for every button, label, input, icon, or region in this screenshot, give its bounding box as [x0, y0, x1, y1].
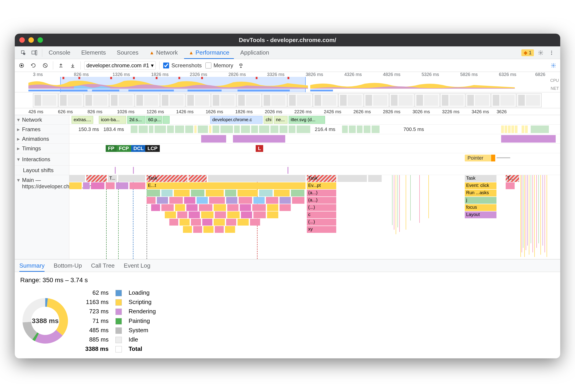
flame-entry[interactable] — [193, 226, 202, 233]
tab-performance[interactable]: ▲Performance — [184, 46, 234, 59]
flame-stripe[interactable] — [543, 175, 543, 245]
screenshot-thumb[interactable] — [33, 93, 58, 107]
tab-bottom-up[interactable]: Bottom-Up — [54, 259, 82, 272]
flame-entry[interactable]: (...) — [307, 219, 336, 225]
frame-seg[interactable] — [522, 125, 524, 133]
frame-seg[interactable] — [508, 125, 511, 133]
flame-task[interactable]: Task — [307, 175, 336, 182]
flame-entry[interactable] — [253, 211, 266, 218]
chevron-down-icon[interactable]: ▾ — [17, 156, 20, 163]
flame-entry[interactable]: c — [307, 211, 336, 218]
frame-seg[interactable] — [234, 125, 240, 133]
capture-settings-icon[interactable] — [549, 61, 557, 70]
flame-entry[interactable] — [215, 226, 224, 233]
screenshot-thumb[interactable] — [160, 93, 185, 107]
screenshots-checkbox[interactable]: Screenshots — [163, 62, 202, 69]
flame-entry[interactable] — [202, 219, 213, 225]
flame-entry[interactable] — [267, 211, 278, 218]
flame-entry[interactable]: Layout — [465, 211, 497, 218]
flame-entry[interactable] — [106, 182, 115, 189]
more-icon[interactable] — [548, 49, 556, 57]
flame-stripe[interactable] — [419, 175, 420, 223]
flame-entry[interactable] — [175, 204, 185, 211]
timing-lcp[interactable]: LCP — [145, 145, 160, 152]
flame-entry[interactable] — [214, 204, 226, 211]
track-timings[interactable]: ▸Timings FP FCP DCL LCP L — [15, 144, 560, 153]
frame-seg[interactable] — [194, 125, 197, 133]
inspect-icon[interactable] — [19, 49, 27, 57]
frame-seg[interactable] — [251, 125, 258, 133]
flame-entry[interactable] — [259, 190, 273, 196]
flame-stripe[interactable] — [522, 175, 522, 252]
flame-stripe[interactable] — [523, 175, 523, 248]
flame-entry[interactable] — [266, 197, 278, 204]
flame-entry[interactable] — [227, 211, 240, 218]
flame-stripe[interactable] — [524, 175, 525, 257]
flame-entry[interactable] — [146, 190, 160, 196]
flame-entry[interactable]: Event: click — [465, 182, 497, 189]
issues-badge[interactable]: ◆1 — [521, 49, 534, 56]
flame-entry[interactable] — [280, 197, 291, 204]
flame-stripe[interactable] — [547, 175, 547, 257]
gear-icon[interactable] — [537, 49, 545, 57]
tab-event-log[interactable]: Event Log — [124, 259, 150, 272]
chevron-right-icon[interactable]: ▸ — [17, 126, 20, 133]
flame-stripe[interactable] — [531, 175, 531, 243]
flame-task[interactable] — [118, 175, 145, 182]
flame-entry[interactable] — [227, 204, 239, 211]
flame-entry[interactable] — [157, 197, 168, 204]
flame-entry[interactable] — [280, 204, 291, 211]
flame-task[interactable]: T... — [108, 175, 117, 182]
flame-entry[interactable] — [174, 190, 190, 196]
reload-record-icon[interactable] — [29, 61, 38, 70]
track-interactions[interactable]: ▾Interactions Pointer — [15, 153, 560, 166]
flame-stripe[interactable] — [540, 175, 541, 255]
clear-icon[interactable] — [41, 61, 49, 70]
timing-fcp[interactable]: FCP — [117, 145, 131, 152]
tab-network[interactable]: ▲Network — [145, 46, 182, 59]
flame-entry[interactable]: Ev...pt — [307, 182, 336, 189]
flame-entry[interactable]: Run ...asks — [465, 190, 497, 196]
flame-entry[interactable] — [184, 197, 195, 204]
flame-stripe[interactable] — [410, 175, 411, 220]
frame-seg[interactable] — [511, 125, 514, 133]
flame-entry[interactable]: focus — [465, 204, 497, 211]
flame-entry[interactable] — [183, 226, 192, 233]
layout-shift[interactable] — [288, 167, 288, 174]
upload-icon[interactable] — [57, 61, 65, 70]
network-entry[interactable]: ne... — [274, 116, 288, 124]
profile-select[interactable]: developer.chrome.com #1▾ — [84, 61, 156, 70]
flame-entry[interactable] — [189, 211, 200, 218]
flame-entry[interactable] — [169, 197, 183, 204]
screenshot-thumb[interactable] — [491, 93, 516, 107]
download-icon[interactable] — [69, 61, 77, 70]
flame-stripe[interactable] — [396, 175, 396, 234]
flame-stripe[interactable] — [398, 175, 398, 227]
flame-entry[interactable] — [180, 219, 190, 225]
flame-stripe[interactable] — [534, 175, 535, 257]
flame-entry[interactable]: xy — [307, 226, 336, 233]
flame-stripe[interactable] — [406, 175, 406, 230]
chevron-right-icon[interactable]: ▸ — [17, 136, 20, 142]
frame-seg[interactable] — [504, 125, 507, 133]
frame-seg[interactable] — [198, 125, 208, 133]
frame-seg[interactable] — [259, 125, 269, 133]
flame-entry[interactable]: j — [465, 197, 497, 204]
frame-seg[interactable] — [349, 125, 356, 133]
flame-stripe[interactable] — [394, 175, 394, 230]
frame-seg[interactable] — [342, 125, 348, 133]
track-network[interactable]: ▾Network extras.... icon-ba... 2d.s... 6… — [15, 115, 560, 124]
garbage-collect-icon[interactable] — [237, 61, 245, 70]
network-entry[interactable]: extras.... — [72, 116, 93, 124]
screenshot-thumb[interactable] — [84, 93, 109, 107]
network-entry[interactable]: developer.chrome.c — [210, 116, 263, 124]
flame-stripe[interactable] — [429, 175, 429, 218]
flame-entry[interactable] — [161, 204, 174, 211]
flame-entry[interactable] — [203, 226, 214, 233]
flame-entry[interactable] — [214, 219, 225, 225]
flame-entry[interactable] — [240, 204, 251, 211]
screenshot-thumb[interactable] — [288, 93, 312, 107]
flame-entry[interactable] — [83, 182, 90, 189]
flame-stripe[interactable] — [529, 175, 529, 255]
screenshot-thumb[interactable] — [58, 93, 83, 107]
